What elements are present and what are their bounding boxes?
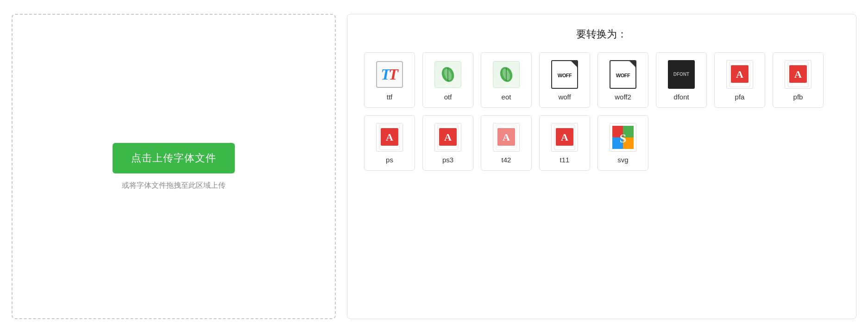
format-item-dfont[interactable]: DFONT dfont [656, 52, 707, 108]
format-label-t11: t11 [560, 156, 570, 164]
svg-text:S: S [620, 131, 626, 145]
format-item-woff2[interactable]: WOFF woff2 [598, 52, 648, 108]
format-item-ps3[interactable]: A ps3 [422, 115, 473, 171]
format-item-ps[interactable]: A ps [364, 115, 415, 171]
format-item-otf[interactable]: otf [422, 52, 473, 108]
format-item-t42[interactable]: A t42 [481, 115, 532, 171]
format-item-t11[interactable]: A t11 [539, 115, 590, 171]
format-label-ttf: ttf [387, 93, 393, 101]
svg-text:A: A [444, 131, 452, 143]
format-label-woff2: woff2 [615, 93, 631, 101]
svg-text:A: A [561, 131, 568, 143]
format-label-eot: eot [502, 93, 511, 101]
format-panel-title: 要转换为： [364, 27, 839, 41]
format-item-ttf[interactable]: TT ttf [364, 52, 415, 108]
format-item-eot[interactable]: eot [481, 52, 532, 108]
upload-button[interactable]: 点击上传字体文件 [113, 143, 235, 173]
format-label-pfb: pfb [793, 93, 803, 101]
format-item-pfb[interactable]: A pfb [773, 52, 824, 108]
format-item-svg[interactable]: S svg [598, 115, 648, 171]
upload-dropzone[interactable]: 点击上传字体文件 或将字体文件拖拽至此区域上传 [12, 14, 336, 319]
format-label-dfont: dfont [673, 93, 689, 101]
format-label-ps3: ps3 [442, 156, 453, 164]
format-label-ps: ps [386, 156, 393, 164]
svg-text:A: A [386, 131, 393, 143]
format-item-pfa[interactable]: A pfa [714, 52, 765, 108]
upload-hint: 或将字体文件拖拽至此区域上传 [122, 181, 226, 191]
format-label-t42: t42 [502, 156, 511, 164]
format-panel: 要转换为： TT ttf otf eot WOFF woff [347, 14, 856, 319]
format-grid: TT ttf otf eot WOFF woff WOFF w [364, 52, 839, 171]
format-item-woff[interactable]: WOFF woff [539, 52, 590, 108]
svg-text:A: A [736, 68, 743, 80]
format-label-woff: woff [558, 93, 571, 101]
format-label-otf: otf [444, 93, 452, 101]
format-label-pfa: pfa [735, 93, 745, 101]
svg-text:A: A [503, 131, 510, 143]
format-label-svg: svg [617, 156, 628, 164]
svg-text:A: A [794, 68, 802, 80]
